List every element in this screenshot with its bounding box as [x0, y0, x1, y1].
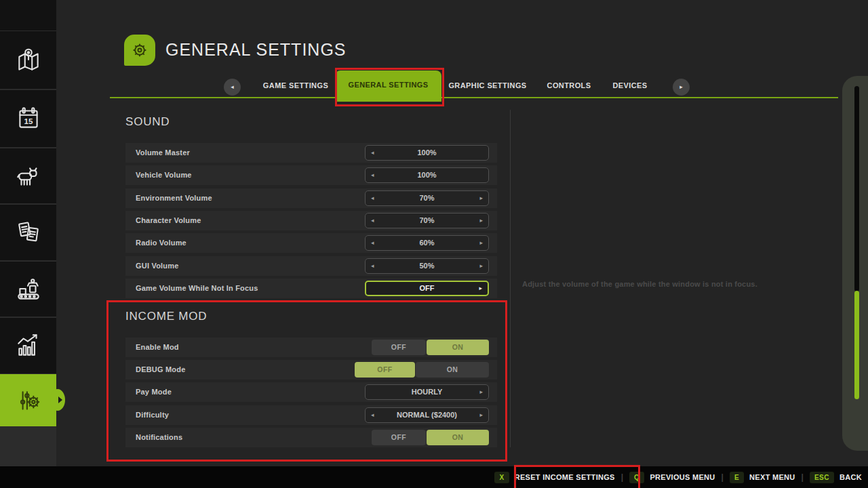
- back-label: BACK: [840, 473, 862, 481]
- key-esc-badge: ESC: [810, 472, 834, 483]
- setting-value: 70%: [366, 214, 488, 228]
- tab-controls[interactable]: CONTROLS: [547, 81, 591, 89]
- setting-label: GUI Volume: [136, 256, 179, 276]
- increase-arrow-icon[interactable]: ▸: [479, 408, 483, 422]
- setting-row-radio-volume: Radio Volume ◂ 60% ▸: [125, 233, 497, 253]
- environment-volume-stepper[interactable]: ◂ 70% ▸: [365, 190, 489, 206]
- sidebar-item-contracts[interactable]: [0, 205, 56, 260]
- setting-label: Radio Volume: [136, 233, 186, 253]
- next-menu-button[interactable]: E NEXT MENU: [730, 472, 795, 483]
- tabs-scroll-left-button[interactable]: ◂: [224, 79, 241, 96]
- setting-label: Pay Mode: [136, 382, 172, 402]
- reset-income-settings-button[interactable]: X RESET INCOME SETTINGS: [494, 472, 614, 483]
- setting-label: Notifications: [136, 428, 182, 447]
- cow-icon: [14, 162, 43, 190]
- setting-row-character-volume: Character Volume ◂ 70% ▸: [125, 211, 497, 230]
- map-icon: [14, 46, 43, 75]
- sidebar-item-calendar[interactable]: 15: [0, 90, 56, 147]
- gui-volume-stepper[interactable]: ◂ 50% ▸: [365, 258, 489, 274]
- vehicle-volume-stepper[interactable]: ◂ 100%: [365, 167, 489, 183]
- debug-mode-off-button[interactable]: OFF: [355, 362, 415, 378]
- enable-mod-toggle: OFF ON: [372, 340, 489, 355]
- footer-hint-bar: X RESET INCOME SETTINGS | Q PREVIOUS MEN…: [0, 466, 868, 488]
- increase-arrow-icon[interactable]: ▸: [479, 191, 483, 205]
- setting-value: OFF: [366, 282, 488, 295]
- tab-graphic-settings[interactable]: GRAPHIC SETTINGS: [448, 81, 526, 89]
- notifications-off-button[interactable]: OFF: [372, 430, 426, 445]
- tabs-scroll-right-button[interactable]: ▸: [673, 79, 690, 96]
- contracts-icon: [14, 218, 43, 247]
- notifications-toggle: OFF ON: [372, 430, 489, 445]
- setting-row-enable-mod: Enable Mod OFF ON: [125, 338, 497, 357]
- previous-menu-button[interactable]: Q PREVIOUS MENU: [629, 472, 715, 483]
- setting-value: 100%: [366, 146, 488, 160]
- setting-row-game-volume-not-in-focus: Game Volume While Not In Focus OFF ▸: [125, 279, 497, 298]
- settings-sliders-icon: [14, 386, 43, 415]
- setting-label: Enable Mod: [136, 338, 179, 357]
- setting-label: Volume Master: [136, 143, 190, 163]
- sidebar-item-empty: [0, 0, 56, 30]
- section-title-income-mod: INCOME MOD: [125, 310, 207, 323]
- pay-mode-stepper[interactable]: HOURLY ▸: [365, 384, 489, 400]
- setting-row-gui-volume: GUI Volume ◂ 50% ▸: [125, 256, 497, 276]
- setting-label: Character Volume: [136, 211, 201, 230]
- tab-general-settings-active[interactable]: GENERAL SETTINGS: [335, 70, 441, 102]
- key-e-badge: E: [730, 472, 744, 483]
- setting-value: 70%: [366, 191, 488, 205]
- footer-divider: |: [722, 472, 724, 482]
- tab-devices[interactable]: DEVICES: [612, 81, 647, 89]
- setting-value: 100%: [366, 168, 488, 182]
- sidebar-item-production[interactable]: [0, 262, 56, 317]
- notifications-on-button[interactable]: ON: [427, 430, 489, 445]
- tab-game-settings[interactable]: GAME SETTINGS: [263, 81, 328, 89]
- previous-menu-label: PREVIOUS MENU: [650, 473, 715, 481]
- section-title-sound: SOUND: [125, 115, 170, 129]
- reset-income-settings-label: RESET INCOME SETTINGS: [515, 473, 615, 481]
- setting-value: NORMAL ($2400): [366, 408, 488, 422]
- footer-divider: |: [621, 472, 623, 482]
- difficulty-stepper[interactable]: ◂ NORMAL ($2400) ▸: [365, 407, 489, 423]
- increase-arrow-icon[interactable]: ▸: [479, 214, 483, 228]
- setting-row-notifications: Notifications OFF ON: [125, 428, 497, 447]
- setting-label: Environment Volume: [136, 188, 212, 208]
- back-button[interactable]: ESC BACK: [810, 472, 862, 483]
- radio-volume-stepper[interactable]: ◂ 60% ▸: [365, 235, 489, 251]
- statistics-icon: [14, 331, 43, 360]
- key-q-badge: Q: [629, 472, 644, 483]
- setting-row-debug-mode: DEBUG Mode OFF ON: [125, 360, 497, 380]
- increase-arrow-icon[interactable]: ▸: [479, 282, 482, 295]
- chevron-right-icon: ▸: [679, 83, 683, 90]
- debug-mode-on-button[interactable]: ON: [416, 362, 489, 378]
- scrollbar-thumb[interactable]: [854, 291, 859, 399]
- enable-mod-off-button[interactable]: OFF: [372, 340, 426, 355]
- content-divider: [510, 110, 511, 447]
- setting-row-vehicle-volume: Vehicle Volume ◂ 100%: [125, 165, 497, 185]
- setting-description: Adjust the volume of the game while the …: [522, 280, 757, 288]
- setting-value: 50%: [366, 259, 488, 273]
- increase-arrow-icon[interactable]: ▸: [479, 236, 483, 250]
- tab-underline: [110, 97, 838, 98]
- sidebar-item-settings-active[interactable]: [0, 374, 56, 426]
- key-x-badge: X: [494, 472, 509, 483]
- sidebar-active-bump: [50, 389, 65, 411]
- sidebar-item-animals[interactable]: [0, 148, 56, 203]
- chevron-left-icon: ◂: [231, 83, 234, 90]
- volume-master-stepper[interactable]: ◂ 100%: [365, 145, 489, 161]
- calendar-day-label: 15: [24, 117, 33, 125]
- sidebar-active-arrow-icon: [58, 396, 62, 403]
- calendar-icon: 15: [14, 104, 43, 133]
- next-menu-label: NEXT MENU: [749, 473, 795, 481]
- page-title: GENERAL SETTINGS: [165, 40, 347, 60]
- increase-arrow-icon[interactable]: ▸: [479, 259, 483, 273]
- setting-label: Vehicle Volume: [136, 165, 192, 185]
- enable-mod-on-button[interactable]: ON: [427, 340, 489, 355]
- gear-icon: [128, 39, 151, 62]
- setting-row-pay-mode: Pay Mode HOURLY ▸: [125, 382, 497, 402]
- scrollbar-track[interactable]: [854, 86, 859, 291]
- increase-arrow-icon[interactable]: ▸: [479, 385, 483, 399]
- game-volume-not-in-focus-stepper-focused[interactable]: OFF ▸: [365, 281, 489, 296]
- setting-row-environment-volume: Environment Volume ◂ 70% ▸: [125, 188, 497, 208]
- sidebar-item-map[interactable]: [0, 31, 56, 89]
- sidebar-item-statistics[interactable]: [0, 318, 56, 373]
- character-volume-stepper[interactable]: ◂ 70% ▸: [365, 213, 489, 228]
